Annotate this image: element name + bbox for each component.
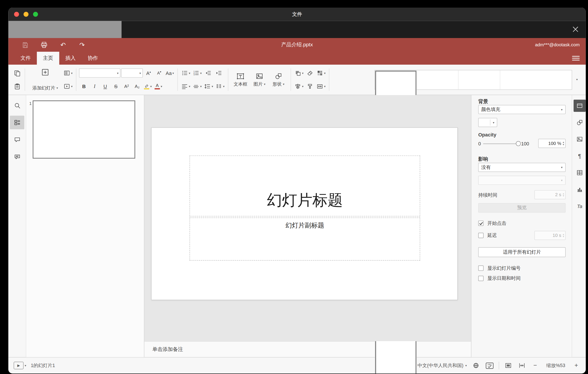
copy-style-icon[interactable] — [305, 81, 315, 91]
superscript-button[interactable]: A² — [122, 81, 131, 91]
slides-panel-icon[interactable] — [10, 116, 24, 129]
align-shape-icon[interactable]: ▾ — [294, 81, 304, 91]
fit-width-icon[interactable] — [517, 361, 526, 370]
italic-button[interactable]: I — [90, 81, 99, 91]
minimize-traffic-light[interactable] — [23, 12, 28, 17]
close-icon[interactable] — [572, 26, 579, 33]
slide-title-text: 幻灯片标题 — [267, 190, 343, 211]
add-slide-button[interactable]: 添加幻灯片 ▾ — [28, 67, 63, 92]
delay-spinner: 10 s ▴▾ — [534, 231, 566, 240]
color-scheme-icon[interactable]: ▾ — [316, 68, 326, 78]
fullscreen-traffic-light[interactable] — [33, 12, 38, 17]
increase-font-icon[interactable]: A▴ — [144, 68, 154, 78]
duration-spinner: 2 s ▴▾ — [534, 190, 566, 199]
slide-size-icon[interactable]: ▾ — [316, 81, 326, 91]
slide-thumbnails-panel: 1 — [26, 95, 144, 357]
tab-file[interactable]: 文件 — [14, 52, 37, 65]
increase-indent-icon[interactable] — [214, 68, 224, 78]
image-button[interactable]: 图片 ▾ — [250, 69, 269, 91]
text-art-settings-icon[interactable]: Ta — [574, 200, 586, 212]
decrease-font-icon[interactable]: A▾ — [154, 68, 164, 78]
slide-settings-icon[interactable] — [574, 99, 586, 112]
opacity-label: Opacity — [478, 132, 496, 138]
zoom-out-button[interactable]: − — [531, 362, 539, 369]
tab-insert[interactable]: 插入 — [59, 52, 82, 65]
theme-gallery-expand-icon[interactable]: ▾ — [572, 70, 582, 89]
workspace: 1 幻灯片标题 幻灯片副标题 单击添加备注 — [8, 95, 586, 357]
chart-settings-icon[interactable] — [574, 183, 586, 196]
line-spacing-icon[interactable]: ▾ — [203, 81, 214, 91]
font-size-combo[interactable]: ▾ — [121, 68, 143, 78]
numbering-icon[interactable]: 123 ▾ — [192, 68, 203, 78]
zoom-in-button[interactable]: + — [572, 362, 580, 369]
opacity-slider-track[interactable] — [483, 143, 519, 144]
undo-icon[interactable]: ↶ — [58, 40, 68, 50]
underline-button[interactable]: U — [100, 81, 110, 91]
show-date-time-checkbox[interactable] — [478, 276, 484, 281]
change-case-icon[interactable]: Aa▾ — [165, 68, 175, 78]
save-icon[interactable] — [20, 40, 30, 50]
thumbnail-number: 1 — [29, 101, 32, 106]
slide-thumbnail[interactable] — [33, 100, 135, 159]
font-color-icon[interactable]: A ▾ — [154, 81, 163, 91]
paragraph-settings-icon[interactable]: ¶ — [574, 150, 586, 162]
notes-area[interactable]: 单击添加备注 — [144, 341, 471, 357]
theme-tile[interactable] — [417, 70, 458, 89]
chat-icon[interactable] — [10, 150, 24, 164]
start-slideshow-icon[interactable]: ▾ — [63, 81, 74, 91]
background-fill-select[interactable]: 颜色填充▾ — [478, 105, 566, 114]
slide[interactable]: 幻灯片标题 幻灯片副标题 — [151, 128, 458, 300]
redo-icon[interactable]: ↷ — [77, 40, 87, 50]
menu-icon[interactable] — [572, 55, 580, 62]
opacity-slider-knob[interactable] — [516, 141, 521, 146]
fill-color-picker[interactable]: ▾ — [478, 118, 497, 127]
effect-select[interactable]: 没有▾ — [478, 163, 566, 172]
decrease-indent-icon[interactable] — [203, 68, 213, 78]
clipboard-group — [12, 67, 22, 92]
slide-subtitle-text: 幻灯片副标题 — [285, 221, 324, 230]
horizontal-align-icon[interactable]: ▾ — [180, 81, 191, 91]
language-selector[interactable]: 中文(中华人民共和国)▾ — [418, 362, 467, 369]
apply-to-all-slides-button[interactable]: 适用于所有幻灯片 — [478, 247, 566, 257]
copy-icon[interactable] — [12, 68, 22, 78]
paragraph-group: ▾ 123 ▾ ▾ — [180, 67, 225, 92]
fit-slide-icon[interactable] — [504, 361, 513, 370]
table-settings-icon[interactable] — [574, 167, 586, 179]
tab-home[interactable]: 主页 — [37, 52, 59, 65]
search-icon[interactable] — [10, 99, 24, 112]
vertical-align-icon[interactable]: ▾ — [192, 81, 203, 91]
header-top-row: ↶ ↷ 产品介绍.pptx adm***@dootask.com — [8, 38, 586, 52]
spellcheck-icon[interactable]: ABC — [485, 361, 494, 370]
eraser-icon[interactable] — [305, 68, 315, 78]
highlight-color-icon[interactable]: ▾ — [143, 81, 153, 91]
document-language-icon[interactable] — [471, 361, 481, 370]
start-slideshow-status-icon[interactable]: ▶ ▾ — [14, 362, 26, 369]
comments-icon[interactable] — [10, 133, 24, 146]
zoom-level: 缩放%53 — [544, 362, 567, 369]
tab-collaboration[interactable]: 协作 — [82, 52, 104, 65]
image-settings-icon[interactable] — [574, 133, 586, 145]
opacity-spinner[interactable]: 100 % ▴▾ — [538, 139, 566, 148]
arrange-shape-icon[interactable]: ▾ — [294, 68, 304, 78]
close-traffic-light[interactable] — [14, 12, 19, 17]
bold-button[interactable]: B — [79, 81, 89, 91]
delay-checkbox[interactable] — [478, 233, 484, 238]
textbox-button[interactable]: 文本框 — [231, 69, 250, 91]
shape-button[interactable]: 形状 ▾ — [269, 69, 288, 91]
font-name-combo[interactable]: ▾ — [79, 68, 120, 78]
title-placeholder[interactable]: 幻灯片标题 — [189, 155, 420, 216]
subtitle-placeholder[interactable]: 幻灯片副标题 — [189, 218, 420, 261]
paste-icon[interactable] — [12, 81, 22, 91]
shape-settings-icon[interactable] — [574, 116, 586, 128]
show-slide-number-checkbox[interactable] — [478, 265, 484, 271]
columns-icon[interactable]: ▾ — [215, 81, 225, 91]
strikethrough-button[interactable]: S — [111, 81, 121, 91]
slide-counter: 1的幻灯片1 — [31, 362, 55, 369]
theme-tile[interactable] — [458, 70, 500, 89]
bullets-icon[interactable]: ▾ — [180, 68, 191, 78]
subscript-button[interactable]: A₂ — [132, 81, 142, 91]
theme-gallery: Aa ▾ — [374, 67, 582, 92]
slide-layout-icon[interactable]: ▾ — [63, 68, 74, 78]
print-icon[interactable] — [39, 40, 49, 50]
start-on-click-checkbox[interactable] — [478, 220, 484, 226]
